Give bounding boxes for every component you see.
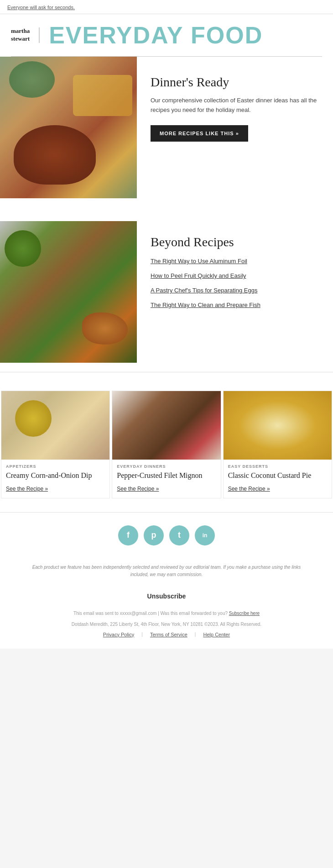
brand-line1: martha [11,27,30,34]
card-1-title: Creamy Corn-and-Onion Dip [6,471,105,481]
top-banner: Everyone will ask for seconds. [0,0,333,14]
card-2-category: EVERYDAY DINNERS [117,464,216,469]
beyond-link-item: The Right Way to Clean and Prepare Fish [151,301,322,309]
card-1-body: APPETIZERS Creamy Corn-and-Onion Dip See… [1,460,109,498]
social-icons-group: f p t in [0,525,333,545]
beyond-links-list: The Right Way to Use Aluminum Foil How t… [151,257,322,309]
beyond-link-3[interactable]: A Pastry Chef's Tips for Separating Eggs [151,287,257,294]
footer-bottom: This email was sent to xxxxx@gmail.com |… [0,605,333,649]
facebook-icon[interactable]: f [118,525,138,545]
instagram-icon[interactable]: in [195,525,215,545]
beyond-link-item: A Pastry Chef's Tips for Separating Eggs [151,286,322,294]
brand-logo: martha stewart [11,27,40,43]
facebook-symbol: f [127,530,130,540]
footer-email-line: This email was sent to xxxxx@gmail.com |… [14,609,319,618]
recipe-cards-section: APPETIZERS Creamy Corn-and-Onion Dip See… [0,381,333,508]
card-1-link[interactable]: See the Recipe » [6,486,48,492]
instagram-symbol: in [203,532,208,539]
beyond-link-1[interactable]: The Right Way to Use Aluminum Foil [151,258,247,265]
spacer2 [0,363,333,372]
card-3-title: Classic Coconut Custard Pie [228,471,327,481]
card-2-title: Pepper-Crusted Filet Mignon [117,471,216,481]
dinner-title: Dinner's Ready [151,75,322,90]
footer-divider-2: | [195,630,196,640]
card-1-category: APPETIZERS [6,464,105,469]
beyond-content: Beyond Recipes The Right Way to Use Alum… [137,221,333,324]
footer-email-text: This email was sent to xxxxx@gmail.com |… [73,611,228,616]
veggies-image [0,221,137,363]
steak-image [112,391,220,460]
dinner-image [0,57,137,198]
twitter-symbol: t [178,530,181,540]
footer-address: Dotdash Meredith, 225 Liberty St, 4th Fl… [14,620,319,629]
top-banner-link[interactable]: Everyone will ask for seconds. [7,5,75,10]
card-2-link[interactable]: See the Recipe » [117,486,159,492]
card-3-body: EASY DESSERTS Classic Coconut Custard Pi… [224,460,332,498]
beyond-link-item: How to Peel Fruit Quickly and Easily [151,271,322,280]
beyond-link-2[interactable]: How to Peel Fruit Quickly and Easily [151,272,246,279]
unsubscribe-section: Unsubscribe [0,587,333,605]
privacy-policy-link[interactable]: Privacy Policy [103,630,134,640]
pinterest-icon[interactable]: p [144,525,164,545]
twitter-icon[interactable]: t [169,525,189,545]
card-3-category: EASY DESSERTS [228,464,327,469]
publication-title: EVERYDAY FOOD [49,21,263,49]
recipe-card-3: EASY DESSERTS Classic Coconut Custard Pi… [223,391,332,498]
pie-image [224,391,332,460]
terms-link[interactable]: Terms of Service [150,630,187,640]
footer-disclaimer: Each product we feature has been indepen… [0,555,333,587]
dinner-cta-button[interactable]: MORE RECIPES LIKE THIS » [151,125,248,142]
beyond-section: Beyond Recipes The Right Way to Use Alum… [0,221,333,363]
brand-line2: stewart [11,35,30,42]
dinner-description: Our comprehensive collection of Easter d… [151,96,322,115]
recipe-card-2: EVERYDAY DINNERS Pepper-Crusted Filet Mi… [112,391,221,498]
social-section: f p t in [0,512,333,555]
recipe-cards-grid: APPETIZERS Creamy Corn-and-Onion Dip See… [0,391,333,498]
dinner-content: Dinner's Ready Our comprehensive collect… [137,57,333,151]
header: martha stewart EVERYDAY FOOD [0,14,333,56]
email-wrapper: Everyone will ask for seconds. martha st… [0,0,333,649]
subscribe-link[interactable]: Subscribe here [229,611,260,616]
ham-decoration [14,125,96,185]
dinner-section: Dinner's Ready Our comprehensive collect… [0,57,333,207]
pinterest-symbol: p [151,530,156,540]
beyond-link-item: The Right Way to Use Aluminum Foil [151,257,322,265]
spacer3 [0,372,333,381]
card-3-link[interactable]: See the Recipe » [228,486,270,492]
footer-divider-1: | [141,630,143,640]
spacer1 [0,207,333,217]
recipe-card-1: APPETIZERS Creamy Corn-and-Onion Dip See… [1,391,110,498]
corn-dip-image [1,391,109,460]
help-center-link[interactable]: Help Center [203,630,230,640]
beyond-title: Beyond Recipes [151,235,322,249]
card-2-body: EVERYDAY DINNERS Pepper-Crusted Filet Mi… [112,460,220,498]
unsubscribe-link[interactable]: Unsubscribe [147,593,186,600]
beyond-link-4[interactable]: The Right Way to Clean and Prepare Fish [151,302,260,308]
footer-links-group: Privacy Policy | Terms of Service | Help… [14,630,319,640]
